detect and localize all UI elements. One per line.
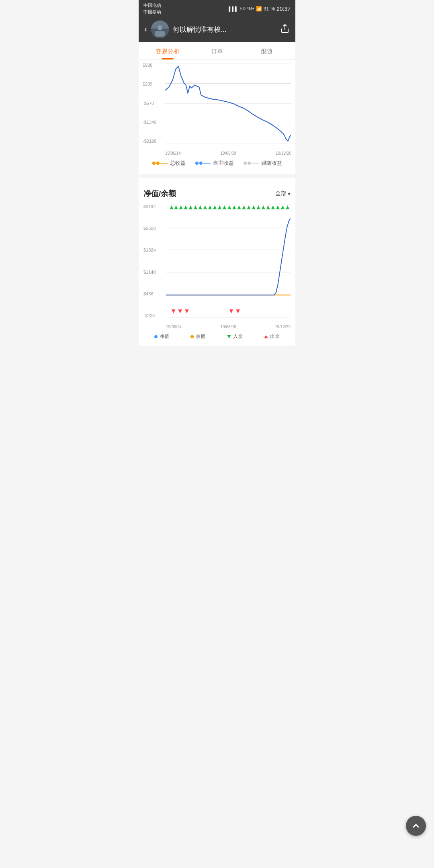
svg-marker-30 [281,205,285,209]
svg-marker-34 [185,309,188,313]
svg-marker-17 [218,205,221,209]
net-legend-net-value: 净值 [154,333,169,340]
legend-dot-total2 [156,162,160,165]
svg-marker-35 [229,309,233,313]
legend-dot-follow [244,162,247,165]
net-legend-exit: 出金 [264,333,280,340]
svg-marker-24 [252,205,255,209]
net-filter-button[interactable]: 全部 ▾ [275,190,291,197]
svg-marker-12 [194,205,197,209]
x-label-1: 19/08/09 [221,151,236,156]
net-x-2: 19/12/29 [275,325,291,329]
svg-marker-15 [208,205,212,209]
net-value-header: 净值/余额 全部 ▾ [143,188,291,199]
profit-chart-legend: 总收益 自主收益 跟随收益 [143,156,291,172]
tab-bar: 交易分析 订单 跟随 [139,42,295,60]
legend-total-profit: 总收益 [152,160,186,167]
net-y-4: $456 [143,292,164,296]
legend-line-follow [252,163,259,164]
carrier-info: 中国电信 中国移动 [143,2,161,15]
legend-line-self [203,163,211,164]
time-label: 20:37 [276,6,291,12]
legend-label-self: 自主收益 [213,160,234,167]
legend-dot-self [195,162,199,165]
profit-plot-area [165,63,291,143]
net-value-chart-svg [166,205,291,317]
x-label-0: 19/06/14 [165,151,181,156]
svg-marker-33 [178,309,182,313]
exit-triangles [172,309,240,313]
entry-triangle-icon [227,335,231,338]
svg-point-3 [158,25,162,30]
profit-chart-x-axis: 19/06/14 19/08/09 19/12/20 [165,144,291,156]
net-y-1: $2508 [143,226,164,231]
svg-rect-4 [155,31,165,37]
legend-self-profit: 自主收益 [195,160,234,167]
avatar-image [151,20,169,38]
exit-triangle-icon [264,335,268,338]
avatar [151,20,169,38]
net-legend-dot-orange [190,335,194,338]
back-button[interactable]: ‹ [144,24,147,35]
net-y-2: $1824 [143,248,164,252]
network-label: HD 4G+ [240,6,254,11]
svg-marker-10 [184,205,188,209]
legend-follow-profit: 跟随收益 [244,160,282,167]
svg-marker-36 [236,309,240,313]
net-y-3: $1140 [143,270,164,274]
page-title: 何以解忧唯有梭... [173,25,276,34]
svg-marker-14 [203,205,207,209]
svg-marker-16 [213,205,217,209]
net-chart-x-axis: 19/06/14 19/08/08 19/12/29 [166,318,291,329]
svg-marker-26 [262,205,265,209]
entry-triangles [170,205,289,209]
legend-label-total: 总收益 [170,160,186,167]
wifi-icon: 📶 [256,6,262,12]
svg-marker-27 [266,205,270,209]
net-legend-balance: 余额 [190,333,205,340]
status-right: ▌▌▌ HD 4G+ 📶 91 % 20:37 [229,6,291,12]
net-chart-container: $3192 $2508 $1824 $1140 $456 -$228 [143,205,291,329]
net-y-0: $3192 [143,205,164,209]
svg-marker-11 [189,205,192,209]
battery-label: 91 [264,6,269,12]
status-bar: 中国电信 中国移动 ▌▌▌ HD 4G+ 📶 91 % 20:37 [139,0,295,16]
y-label-2: -$570 [143,101,164,106]
net-chart-y-axis: $3192 $2508 $1824 $1140 $456 -$228 [143,205,164,318]
profit-line-chart [165,63,291,143]
net-value-section: 净值/余额 全部 ▾ $3192 $2508 $1824 $1140 $456 … [139,182,295,346]
svg-marker-28 [271,205,275,209]
carrier1-label: 中国电信 [143,2,161,8]
tab-follow[interactable]: 跟随 [242,42,291,59]
svg-marker-31 [286,205,289,209]
chevron-down-icon: ▾ [288,190,291,197]
battery-icon: % [270,6,275,12]
profit-chart-container: $988 $209 -$570 -$1349 -$2128 [143,63,291,156]
net-value-title: 净值/余额 [143,188,176,199]
signal-icon: ▌▌▌ [229,6,238,11]
net-legend-entry: 入金 [227,333,243,340]
carrier2-label: 中国移动 [143,9,161,15]
legend-dot-total [152,162,156,165]
svg-marker-25 [257,205,260,209]
tab-trade-analysis[interactable]: 交易分析 [143,42,192,59]
share-button[interactable] [280,24,290,35]
svg-marker-13 [199,205,202,209]
svg-marker-32 [172,309,175,313]
legend-dot-follow2 [248,162,251,165]
svg-marker-9 [179,205,182,209]
profit-chart-section: $988 $209 -$570 -$1349 -$2128 [139,60,295,174]
profit-chart-y-axis: $988 $209 -$570 -$1349 -$2128 [143,63,164,143]
legend-label-follow: 跟随收益 [261,160,282,167]
net-x-0: 19/06/14 [166,325,182,329]
tab-orders[interactable]: 订单 [192,42,242,59]
net-chart-legend: 净值 余额 入金 出金 [143,329,291,346]
svg-marker-21 [237,205,241,209]
spacer [139,178,295,182]
net-x-1: 19/08/08 [221,325,236,329]
svg-marker-7 [170,205,173,209]
y-label-1: $209 [143,82,164,86]
y-label-4: -$2128 [143,139,164,143]
net-y-5: -$228 [143,313,164,318]
net-legend-dot-blue [154,335,158,338]
